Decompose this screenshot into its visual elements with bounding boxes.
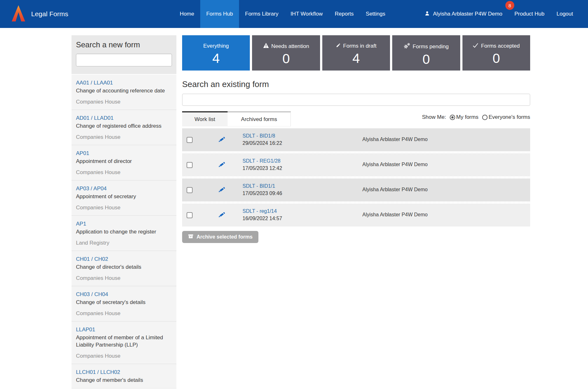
radio-everyones-forms[interactable]: Everyone's forms [482, 114, 530, 120]
edit-pencil-icon[interactable] [218, 186, 226, 195]
check-icon [473, 43, 478, 49]
table-row: SDLT - REG1/28 17/05/2023 12:42 Alyisha … [182, 153, 530, 176]
list-item[interactable]: LLAP01 Appointment of member of a Limite… [72, 321, 176, 364]
form-description: Appointment of director [76, 158, 172, 165]
nav-settings[interactable]: Settings [360, 0, 391, 28]
form-code-link[interactable]: LLCH01 / LLCH02 [76, 369, 172, 375]
nav-home[interactable]: Home [174, 0, 200, 28]
new-form-search-input[interactable] [76, 54, 172, 66]
work-list-rows: SDLT - BID1/8 29/05/2024 16:22 Alyisha A… [182, 128, 530, 226]
nav-iht-workflow[interactable]: IHT Workflow [284, 0, 329, 28]
tile-needs-attention[interactable]: Needs attention 0 [252, 35, 320, 71]
row-form-info: SDLT - REG1/28 17/05/2023 12:42 [243, 158, 282, 171]
form-category: Land Registry [76, 240, 172, 246]
existing-form-search-input[interactable] [182, 94, 530, 106]
form-code-link[interactable]: LLAP01 [76, 327, 172, 333]
radio-everyones-forms-input[interactable] [482, 115, 488, 120]
form-date: 17/05/2023 09:46 [243, 191, 282, 196]
row-checkbox[interactable] [187, 187, 193, 193]
nav-reports[interactable]: Reports [329, 0, 360, 28]
main-nav: Home Forms Hub Forms Library IHT Workflo… [174, 0, 579, 28]
form-link[interactable]: SDLT - reg1/14 [243, 208, 282, 214]
nav-forms-hub[interactable]: Forms Hub [200, 0, 239, 28]
form-code-link[interactable]: CH01 / CH02 [76, 256, 172, 262]
edit-pencil-icon[interactable] [218, 211, 226, 220]
form-owner: Alyisha Arblaster P4W Demo [362, 137, 427, 142]
edit-pencil-icon[interactable] [218, 136, 226, 145]
nav-product-hub[interactable]: Product Hub [509, 0, 551, 28]
form-description: Change of accounting reference date [76, 87, 172, 94]
list-item[interactable]: CH03 / CH04 Change of secretary's detail… [72, 286, 176, 321]
form-code-link[interactable]: CH03 / CH04 [76, 291, 172, 298]
list-item[interactable]: AP01 Appointment of director Companies H… [72, 145, 176, 180]
list-item[interactable]: AP03 / AP04 Appointment of secretary Com… [72, 180, 176, 216]
list-controls: Work list Archived forms Show Me: My for… [182, 111, 530, 126]
form-description: Appointment of secretary [76, 193, 172, 200]
tile-label: Needs attention [252, 43, 320, 50]
form-category: Companies House [76, 99, 172, 105]
form-description: Appointment of member of a Limited Liabi… [76, 334, 172, 348]
row-checkbox[interactable] [187, 162, 193, 168]
tile-count: 0 [392, 53, 460, 66]
form-code-link[interactable]: AP01 [76, 150, 172, 157]
radio-my-forms[interactable]: My forms [450, 114, 478, 120]
edit-pencil-icon[interactable] [218, 161, 226, 170]
notification-badge[interactable]: 8 [505, 1, 514, 10]
form-code-link[interactable]: AA01 / LLAA01 [76, 80, 172, 86]
form-link[interactable]: SDLT - BID1/1 [243, 183, 282, 189]
tile-forms-in-draft[interactable]: Forms in draft 4 [322, 35, 390, 71]
tile-count: 4 [322, 52, 390, 65]
legal-forms-logo-icon [11, 4, 25, 24]
form-category: Companies House [76, 275, 172, 281]
archive-selected-forms-button[interactable]: Archive selected forms [182, 231, 258, 243]
form-date: 16/09/2022 14:57 [243, 216, 282, 221]
form-code-link[interactable]: AP1 [76, 221, 172, 227]
list-item[interactable]: AP1 Application to change the register L… [72, 216, 176, 251]
nav-forms-library[interactable]: Forms Library [239, 0, 284, 28]
status-tiles: Everything 4 Needs attention 0 [182, 35, 530, 71]
form-date: 29/05/2024 16:22 [243, 140, 282, 146]
form-category: Companies House [76, 310, 172, 317]
form-owner: Alyisha Arblaster P4W Demo [362, 212, 427, 218]
form-code-link[interactable]: AD01 / LLAD01 [76, 115, 172, 121]
tile-everything[interactable]: Everything 4 [182, 35, 250, 71]
form-owner: Alyisha Arblaster P4W Demo [362, 187, 427, 193]
tile-label: Forms in draft [322, 43, 390, 49]
show-me-label: Show Me: [422, 114, 446, 120]
form-link[interactable]: SDLT - BID1/8 [243, 133, 282, 139]
warning-icon [263, 43, 269, 50]
table-row: SDLT - reg1/14 16/09/2022 14:57 Alyisha … [182, 204, 530, 226]
tile-label: Forms pending [392, 43, 460, 50]
form-code-link[interactable]: AP03 / AP04 [76, 186, 172, 192]
form-template-list: AA01 / LLAA01 Change of accounting refer… [72, 75, 176, 389]
row-form-info: SDLT - reg1/14 16/09/2022 14:57 [243, 208, 282, 221]
archive-box-icon [188, 233, 194, 240]
list-item[interactable]: CH01 / CH02 Change of director's details… [72, 251, 176, 286]
form-owner: Alyisha Arblaster P4W Demo [362, 162, 427, 167]
list-item[interactable]: AA01 / LLAA01 Change of accounting refer… [72, 75, 176, 110]
tab-archived-forms[interactable]: Archived forms [228, 111, 291, 126]
form-category: Companies House [76, 134, 172, 140]
list-item[interactable]: AD01 / LLAD01 Change of registered offic… [72, 110, 176, 145]
nav-user-menu[interactable]: Alyisha Arblaster P4W Demo [419, 0, 508, 28]
tile-forms-pending[interactable]: Forms pending 0 [392, 35, 460, 71]
nav-logout[interactable]: Logout [550, 0, 579, 28]
form-date: 17/05/2023 12:42 [243, 166, 282, 171]
radio-my-forms-input[interactable] [450, 115, 455, 120]
row-form-info: SDLT - BID1/1 17/05/2023 09:46 [243, 183, 282, 196]
tile-count: 0 [462, 52, 530, 65]
form-description: Change of secretary's details [76, 299, 172, 306]
tab-work-list[interactable]: Work list [182, 111, 228, 126]
tile-count: 4 [182, 52, 250, 65]
row-checkbox[interactable] [187, 212, 193, 218]
app-title: Legal Forms [31, 10, 68, 18]
tile-forms-accepted[interactable]: Forms accepted 0 [462, 35, 530, 71]
tile-label: Forms accepted [462, 43, 530, 49]
user-icon [425, 11, 430, 17]
table-row: SDLT - BID1/8 29/05/2024 16:22 Alyisha A… [182, 128, 530, 151]
list-item[interactable]: LLCH01 / LLCH02 Change of member's detai… [72, 364, 176, 389]
gears-icon [404, 43, 410, 50]
row-checkbox[interactable] [187, 137, 193, 143]
user-name: Alyisha Arblaster P4W Demo [433, 11, 502, 17]
form-link[interactable]: SDLT - REG1/28 [243, 158, 282, 164]
